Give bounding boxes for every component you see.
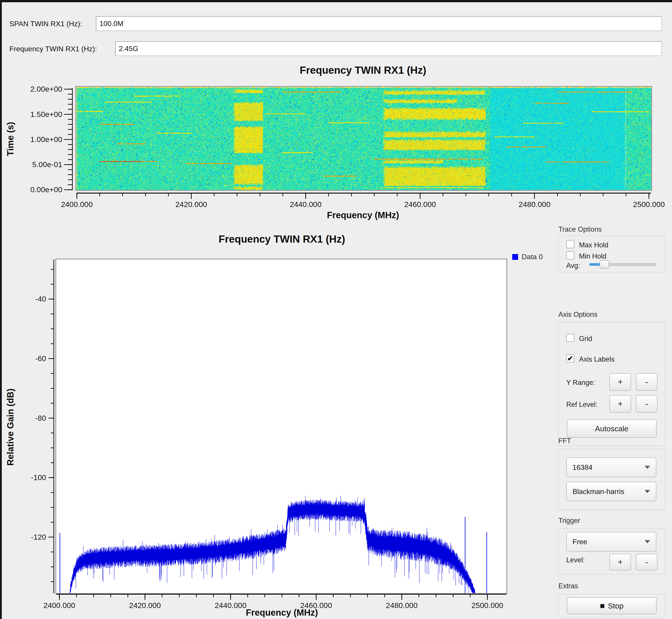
window-border-top (0, 0, 672, 2)
trigger-level-label: Level: (566, 556, 585, 564)
chevron-down-icon (645, 540, 650, 543)
waterfall-plot-canvas[interactable] (20, 82, 666, 226)
avg-slider-handle[interactable] (600, 260, 609, 269)
fft-size-value: 16384 (573, 463, 593, 472)
spectrum-title: Frequency TWIN RX1 (Hz) (58, 233, 506, 245)
y-range-plus-button[interactable]: + (609, 373, 631, 391)
axis-options-label: Axis Options (558, 311, 597, 319)
fft-window-dropdown[interactable]: Blackman-harris (566, 482, 656, 501)
grid-checkbox[interactable] (566, 334, 574, 342)
chevron-down-icon (645, 490, 650, 493)
grid-label: Grid (579, 335, 592, 343)
waterfall-xlabel: Frequency (MHz) (76, 210, 650, 220)
max-hold-label: Max Hold (579, 241, 608, 249)
trigger-mode-dropdown[interactable]: Free (566, 532, 656, 552)
spectrum-ylabel: Relative Gain (dB) (5, 385, 15, 470)
ref-level-label: Ref Level: (566, 401, 598, 409)
stop-square-icon: ■ (600, 602, 605, 610)
trigger-level-plus-button[interactable]: + (609, 554, 631, 570)
application-window: SPAN TWIN RX1 (Hz): Frequency TWIN RX1 (… (0, 0, 672, 619)
extras-label: Extras (558, 582, 578, 590)
spectrum-plot-canvas[interactable] (18, 255, 540, 609)
avg-slider[interactable] (589, 260, 656, 269)
trigger-level-minus-button[interactable]: - (636, 554, 658, 570)
min-hold-checkbox[interactable] (566, 251, 574, 260)
trace-options-label: Trace Options (558, 225, 602, 233)
spectrum-xlabel: Frequency (MHz) (58, 608, 506, 618)
min-hold-label: Min Hold (579, 252, 606, 260)
axis-labels-check-icon: ✔ (567, 355, 574, 362)
waterfall-ylabel: Time (s) (5, 108, 15, 170)
trigger-mode-value: Free (573, 538, 587, 546)
window-border-left (0, 0, 2, 619)
chevron-down-icon (645, 466, 650, 469)
max-hold-checkbox[interactable] (566, 240, 574, 248)
autoscale-button[interactable]: Autoscale (567, 419, 657, 438)
fft-window-value: Blackman-harris (573, 487, 624, 496)
axis-labels-checkbox[interactable]: ✔ (566, 354, 574, 362)
y-range-minus-button[interactable]: - (636, 373, 658, 391)
legend-data0-swatch (512, 254, 518, 260)
waterfall-title: Frequency TWIN RX1 (Hz) (76, 64, 650, 76)
legend: Data 0 (512, 253, 543, 261)
fft-size-dropdown[interactable]: 16384 (566, 458, 656, 477)
fft-label: FFT (558, 437, 571, 445)
span-input[interactable] (96, 16, 662, 31)
frequency-field-label: Frequency TWIN RX1 (Hz): (9, 45, 97, 53)
avg-label: Avg: (566, 262, 580, 270)
y-range-label: Y Range: (566, 379, 595, 387)
axis-labels-label: Axis Labels (579, 355, 615, 363)
span-field-label: SPAN TWIN RX1 (Hz): (9, 20, 82, 28)
stop-button[interactable]: ■ Stop (567, 597, 657, 614)
frequency-input[interactable] (115, 41, 662, 56)
trigger-label: Trigger (558, 517, 580, 525)
stop-button-label: Stop (608, 602, 624, 610)
legend-data0-label: Data 0 (522, 253, 543, 261)
ref-level-minus-button[interactable]: - (636, 395, 658, 413)
ref-level-plus-button[interactable]: + (609, 395, 631, 413)
